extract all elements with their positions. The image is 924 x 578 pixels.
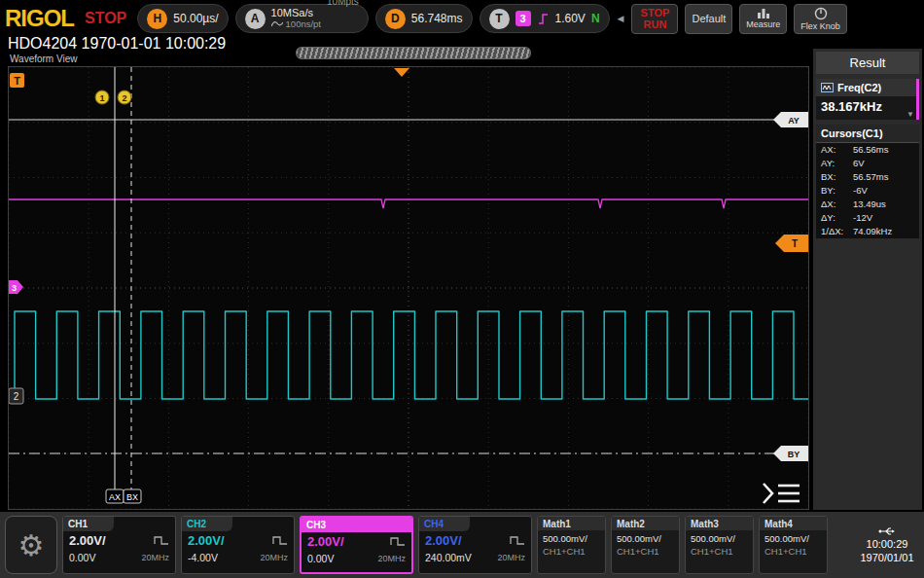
- trigger-source-chip: 3: [515, 11, 531, 26]
- cursor-row-key: AX:: [821, 144, 853, 156]
- channel-tab: CH3: [302, 518, 411, 532]
- tab-waveform-view[interactable]: Waveform View: [10, 54, 77, 64]
- channel-block-ch4[interactable]: CH42.00V/240.00mV20MHz: [418, 516, 532, 574]
- math-name: Math3: [691, 519, 719, 529]
- scope-graticule[interactable]: AXBX12TTAYBY32: [9, 67, 808, 509]
- channel-tab: CH1: [63, 517, 114, 531]
- math-block-math4[interactable]: Math4500.00mV/CH1+CH1: [759, 516, 828, 574]
- coupling-icon: [272, 536, 288, 545]
- math-scale: 500.00mV/: [543, 533, 587, 544]
- menu-icon[interactable]: [764, 484, 772, 503]
- date-text: 1970/01/01: [860, 551, 913, 564]
- cursor-row-key: BY:: [821, 185, 853, 197]
- cursor-bx-tag-label: BX: [126, 492, 138, 502]
- acquire-knob[interactable]: A 10MSa/s 100ns/pt 10Mpts: [235, 4, 369, 33]
- channel-name: CH1: [68, 519, 88, 529]
- waveform-overview-scrollbar[interactable]: [296, 47, 531, 59]
- stop-run-button[interactable]: STOP RUN: [631, 4, 678, 34]
- cursor-row-key: AY:: [821, 158, 853, 169]
- delay-knob[interactable]: D 56.748ms: [375, 4, 473, 33]
- clock-widget: 10:00:29 1970/01/01: [855, 525, 919, 564]
- stop-run-line1: STOP: [641, 8, 670, 18]
- math-scale: 500.00mV/: [691, 533, 735, 544]
- math-block-math1[interactable]: Math1500.00mV/CH1+CH1: [537, 516, 606, 574]
- cursor-row: BX:56.57ms: [816, 170, 919, 184]
- trigger-knob[interactable]: T 3 1.60V N: [480, 4, 610, 33]
- coupling-icon: [390, 537, 406, 546]
- measure-icon: [756, 8, 771, 18]
- math-block-math2[interactable]: Math2500.00mV/CH1+CH1: [611, 516, 680, 574]
- result-header: Result: [816, 52, 919, 74]
- flex-knob-label: Flex Knob: [800, 21, 840, 31]
- math-name: Math2: [617, 519, 645, 529]
- math-expression: CH1+CH1: [691, 546, 733, 557]
- flex-knob-button[interactable]: Flex Knob: [794, 4, 847, 34]
- math-name: Math1: [543, 519, 571, 529]
- channel-block-ch3[interactable]: CH32.00V/0.00V20MHz: [300, 516, 413, 574]
- channel-offset: 0.00V: [307, 553, 334, 564]
- cursor-row: ΔX:13.49us: [816, 198, 919, 211]
- ch2-trace[interactable]: [9, 311, 808, 399]
- timebase-value: 50.00µs/: [173, 12, 218, 25]
- trigger-mode-flag: N: [591, 12, 600, 25]
- trigger-position-marker[interactable]: [394, 68, 409, 77]
- cursor-row-value: 6V: [853, 158, 865, 169]
- channel-bandwidth: 20MHz: [497, 553, 525, 562]
- default-button[interactable]: Default: [685, 4, 732, 34]
- coupling-icon: [510, 536, 525, 545]
- channel-name: CH3: [306, 520, 326, 530]
- counter-icon: [821, 83, 834, 92]
- ch3-position-label: 3: [12, 283, 17, 293]
- usb-icon: [878, 525, 896, 537]
- cursor-row-key: 1/ΔX:: [821, 226, 853, 237]
- freq-result-card[interactable]: Freq(C2) 38.167kHz ▼: [816, 79, 919, 120]
- cursor-a-handle-label: 1: [99, 93, 104, 103]
- freq-label: Freq(C2): [837, 82, 881, 93]
- measure-label: Measure: [746, 19, 780, 29]
- cursors-result-card[interactable]: Cursors(C1) AX:56.56msAY:6VBX:56.57msBY:…: [816, 125, 919, 238]
- freq-value: 38.167kHz: [816, 96, 919, 120]
- rising-edge-icon: [537, 13, 550, 25]
- trigger-level-value: 1.60V: [555, 12, 586, 25]
- default-label: Default: [692, 13, 726, 24]
- cursor-row: AX:56.56ms: [816, 143, 919, 157]
- cursor-row-key: ΔX:: [821, 199, 853, 210]
- stop-run-line2: RUN: [644, 19, 667, 30]
- channel-offset: 0.00V: [69, 552, 95, 563]
- waveform-display[interactable]: AXBX12TTAYBY32: [8, 66, 809, 510]
- cursor-row-value: 74.09kHz: [853, 226, 892, 237]
- avg-icon: [271, 19, 283, 28]
- channel-offset: -4.00V: [188, 552, 218, 563]
- cursor-values-list: AX:56.56msAY:6VBX:56.57msBY:-6VΔX:13.49u…: [816, 143, 919, 238]
- cursor-row-key: BX:: [821, 171, 853, 183]
- channel-block-ch1[interactable]: CH12.00V/0.00V20MHz: [62, 516, 176, 574]
- cursor-row: ΔY:-12V: [816, 211, 919, 225]
- channel-bandwidth: 20MHz: [377, 554, 406, 563]
- math-scale: 500.00mV/: [764, 533, 809, 544]
- channel-block-ch2[interactable]: CH22.00V/-4.00V20MHz: [181, 516, 295, 574]
- math-name: Math4: [764, 519, 793, 529]
- delay-value: 56.748ms: [411, 12, 463, 25]
- horizontal-knob[interactable]: H 50.00µs/: [137, 4, 228, 33]
- expand-caret-icon[interactable]: ▼: [906, 110, 914, 119]
- acquire-info: 10MSa/s 100ns/pt: [271, 8, 321, 29]
- channel-tab: CH2: [182, 517, 232, 531]
- collapse-arrow-icon[interactable]: ◀: [618, 14, 624, 23]
- rigol-logo: RIGOL: [5, 5, 74, 32]
- channel-scale: 2.00V/: [307, 534, 344, 549]
- math-block-math3[interactable]: Math3500.00mV/CH1+CH1: [685, 516, 754, 574]
- math-blocks: Math1500.00mV/CH1+CH1Math2500.00mV/CH1+C…: [537, 516, 828, 574]
- sample-rate-text: 10MSa/s: [271, 8, 321, 18]
- d-badge: D: [385, 9, 406, 29]
- coupling-icon: [154, 536, 169, 545]
- measure-button[interactable]: Measure: [739, 4, 787, 34]
- cursor-ax-tag-label: AX: [109, 492, 121, 502]
- cursor-row: 1/ΔX:74.09kHz: [816, 225, 919, 238]
- channel-offset: 240.00mV: [425, 552, 472, 563]
- ch2-position-label: 2: [14, 391, 19, 402]
- h-badge: H: [147, 9, 167, 29]
- cursor-row: AY:6V: [816, 157, 919, 170]
- cursor-row: BY:-6V: [816, 184, 919, 198]
- channel-scale: 2.00V/: [425, 533, 462, 548]
- navigation-menu-button[interactable]: ⚙: [5, 516, 57, 574]
